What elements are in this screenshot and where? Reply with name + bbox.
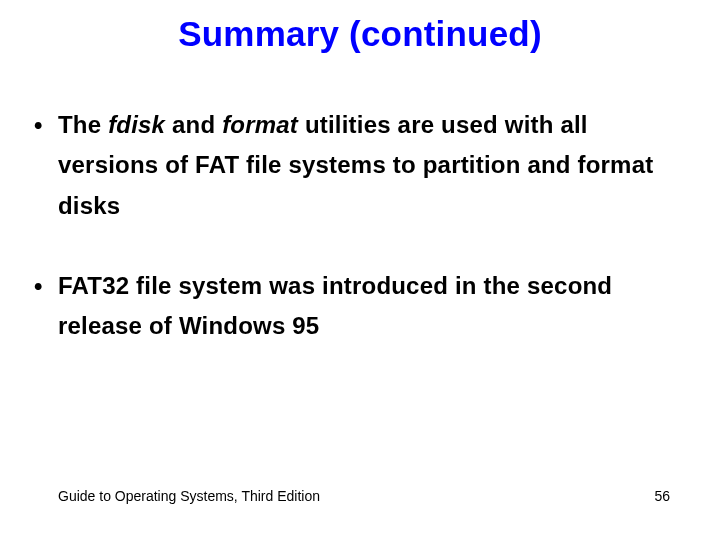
italic-run: fdisk <box>108 111 165 138</box>
bullet-text: FAT32 file system was introduced in the … <box>58 272 612 339</box>
slide: Summary (continued) The fdisk and format… <box>0 0 720 540</box>
bullet-item: The fdisk and format utilities are used … <box>30 105 690 226</box>
bullet-item: FAT32 file system was introduced in the … <box>30 266 690 347</box>
slide-title: Summary (continued) <box>0 14 720 54</box>
italic-run: format <box>222 111 298 138</box>
page-number: 56 <box>654 488 670 504</box>
text-run: The <box>58 111 108 138</box>
text-run: and <box>165 111 222 138</box>
slide-body: The fdisk and format utilities are used … <box>30 105 690 347</box>
footer-source: Guide to Operating Systems, Third Editio… <box>58 488 320 504</box>
text-run: FAT32 file system was introduced in the … <box>58 272 612 339</box>
bullet-text: The fdisk and format utilities are used … <box>58 111 653 219</box>
bullet-list: The fdisk and format utilities are used … <box>30 105 690 347</box>
